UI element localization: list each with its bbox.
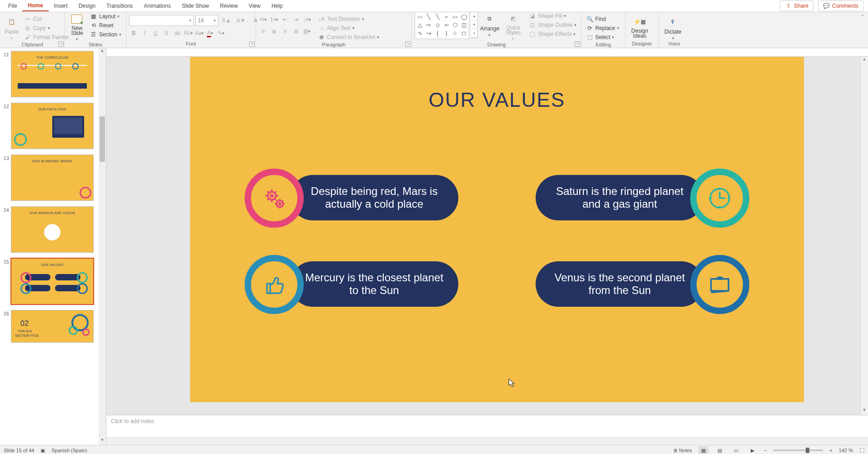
tab-transitions[interactable]: Transitions — [101, 1, 138, 11]
new-slide-button[interactable]: ✦ New Slide ▾ — [68, 12, 86, 41]
section-button[interactable]: ☰ Section — [88, 30, 123, 39]
shapes-gallery-scroll[interactable]: ▲▼▾ — [471, 12, 478, 38]
zoom-slider[interactable] — [773, 449, 823, 451]
underline-button[interactable]: U — [151, 29, 160, 38]
slideshow-view-button[interactable]: ▶ — [748, 446, 758, 454]
columns-button[interactable]: ▥ — [302, 27, 311, 36]
collapse-ribbon-button[interactable]: ˄ — [857, 12, 868, 48]
increase-font-button[interactable]: A▲ — [220, 15, 233, 25]
editor-horizontal-scrollbar[interactable] — [106, 437, 868, 445]
layout-button[interactable]: ▦ Layout — [88, 12, 123, 20]
tab-home[interactable]: Home — [22, 0, 48, 11]
value-item-1[interactable]: Despite being red, Mars is actually a co… — [290, 175, 458, 220]
canvas-area[interactable]: OUR VALUES Despite being red, Mars is ac… — [106, 57, 868, 415]
font-name-combo[interactable]: ▾ — [129, 15, 194, 26]
zoom-level[interactable]: 142 % — [839, 448, 853, 453]
reset-button[interactable]: ⟲ Reset — [88, 21, 123, 30]
sorter-view-button[interactable]: ▤ — [715, 446, 725, 454]
text-direction-button[interactable]: ↕A Text Direction — [316, 15, 381, 23]
justify-button[interactable]: ≣ — [291, 27, 301, 36]
paragraph-launcher[interactable]: ↘ — [405, 41, 411, 47]
decrease-indent-button[interactable]: ⇤ — [281, 15, 290, 24]
shapes-gallery[interactable]: ▭╲╲⌐▭◯ △⇨◇⇦⬡◫ ∿↝{}☆◻ — [415, 12, 469, 39]
tab-review[interactable]: Review — [215, 1, 243, 11]
tab-design[interactable]: Design — [73, 1, 101, 11]
replace-button[interactable]: ⟳ Replace — [584, 24, 621, 32]
align-text-button[interactable]: ⫞ Align Text — [316, 24, 381, 32]
shape-fill-button[interactable]: ◪ Shape Fill — [527, 12, 578, 20]
shape-outline-button[interactable]: ◫ Shape Outline — [527, 21, 578, 29]
thumbnail-scrollbar[interactable]: ▲ ▼ — [99, 48, 106, 445]
shape-outline-label: Shape Outline — [538, 22, 572, 28]
thumbnail-12[interactable]: 12 OUR FACILITIES — [0, 100, 106, 152]
value-item-3[interactable]: Mercury is the closest planet to the Sun — [290, 261, 458, 307]
line-spacing-button[interactable]: ↕≡ — [302, 15, 311, 24]
find-button[interactable]: 🔍 Find — [584, 15, 607, 23]
font-size-combo[interactable]: 18 ▾ — [196, 15, 218, 26]
tab-file[interactable]: File — [3, 1, 22, 11]
quick-styles-button[interactable]: ◩ Quick Styles ▾ — [502, 12, 525, 41]
notes-pane[interactable]: Click to add notes — [106, 415, 868, 437]
slide-canvas[interactable]: OUR VALUES Despite being red, Mars is ac… — [190, 57, 804, 402]
dictate-button[interactable]: 🎙 Dictate ▾ — [662, 15, 684, 40]
align-center-button[interactable]: ≣ — [270, 27, 279, 36]
increase-indent-button[interactable]: ⇥ — [291, 15, 301, 24]
value-ring-1[interactable] — [245, 169, 304, 228]
italic-button[interactable]: I — [140, 29, 149, 38]
zoom-out-button[interactable]: − — [764, 448, 767, 453]
value-item-2[interactable]: Saturn is the ringed planet and a gas gi… — [536, 175, 704, 220]
notes-toggle[interactable]: ≣ Notes — [673, 448, 692, 454]
font-launcher[interactable]: ↘ — [249, 41, 255, 47]
scrollbar-handle[interactable] — [100, 116, 105, 162]
format-painter-button[interactable]: 🖌 Format Painter — [22, 33, 71, 41]
design-ideas-button[interactable]: ⚡▦ Design Ideas — [628, 15, 651, 39]
shape-effects-button[interactable]: ◯ Shape Effects — [527, 30, 578, 38]
tab-help[interactable]: Help — [266, 1, 288, 11]
tab-insert[interactable]: Insert — [49, 1, 73, 11]
thumbnail-16[interactable]: 16 02 THIS IS A SECTION TITLE — [0, 307, 106, 345]
drawing-launcher[interactable]: ↘ — [575, 41, 580, 47]
convert-smartart-button[interactable]: ⬢ Convert to SmartArt — [316, 33, 381, 41]
bold-button[interactable]: B — [129, 29, 138, 38]
highlight-button[interactable]: ✎ — [216, 29, 226, 38]
normal-view-button[interactable]: ▦ — [698, 446, 708, 454]
shadow-button[interactable]: ab — [173, 29, 182, 38]
comments-button[interactable]: 💬 Comments — [818, 0, 863, 11]
cut-button[interactable]: ✂ Cut — [22, 15, 71, 23]
char-spacing-button[interactable]: AV — [184, 29, 193, 38]
value-ring-3[interactable] — [245, 255, 304, 314]
fit-to-window-button[interactable]: ⛶ — [859, 448, 864, 453]
clipboard-launcher[interactable]: ↘ — [58, 41, 64, 47]
paste-button[interactable]: 📋 Paste ▾ — [3, 15, 20, 41]
thumbnail-11[interactable]: 11 THE CURRICULUM — [0, 48, 106, 100]
tab-view[interactable]: View — [243, 1, 266, 11]
reading-view-button[interactable]: ▭ — [731, 446, 741, 454]
value-ring-2[interactable] — [690, 169, 749, 228]
editor-vertical-scrollbar[interactable]: ▲ ▼ — [860, 57, 868, 415]
align-right-button[interactable]: ≡ — [281, 27, 290, 36]
spellcheck-icon[interactable]: ▣ — [40, 448, 45, 454]
numbering-button[interactable]: 1≡ — [270, 15, 279, 24]
align-left-button[interactable]: ≡ — [259, 27, 268, 36]
copy-button[interactable]: ⧉ Copy — [22, 24, 71, 32]
thumbnail-13[interactable]: 13 OUR ACADEMIC AREAS — [0, 152, 106, 204]
status-language[interactable]: Spanish (Spain) — [51, 448, 87, 453]
slide-title[interactable]: OUR VALUES — [190, 89, 804, 111]
bullets-button[interactable]: •≡ — [259, 15, 268, 24]
share-button[interactable]: ⇪ Share — [780, 0, 813, 11]
tab-slideshow[interactable]: Slide Show — [176, 1, 215, 11]
zoom-slider-knob[interactable] — [806, 448, 809, 453]
zoom-in-button[interactable]: + — [829, 448, 832, 453]
strikethrough-button[interactable]: S — [162, 29, 171, 38]
thumbnail-14[interactable]: 14 OUR MISSION AND VISION — [0, 204, 106, 255]
arrange-button[interactable]: ⧉ Arrange ▾ — [480, 12, 500, 37]
decrease-font-button[interactable]: A▼ — [235, 15, 247, 25]
font-color-button[interactable]: A — [206, 29, 215, 38]
select-button[interactable]: ⬚ Select — [584, 33, 616, 41]
tab-animations[interactable]: Animations — [138, 1, 176, 11]
change-case-button[interactable]: Aa — [195, 29, 204, 38]
value-ring-4[interactable] — [690, 255, 749, 314]
status-slide-counter[interactable]: Slide 15 of 44 — [4, 448, 34, 453]
value-item-4[interactable]: Venus is the second planet from the Sun — [536, 261, 704, 307]
thumbnail-15[interactable]: 15 OUR VALUES — [0, 255, 106, 307]
